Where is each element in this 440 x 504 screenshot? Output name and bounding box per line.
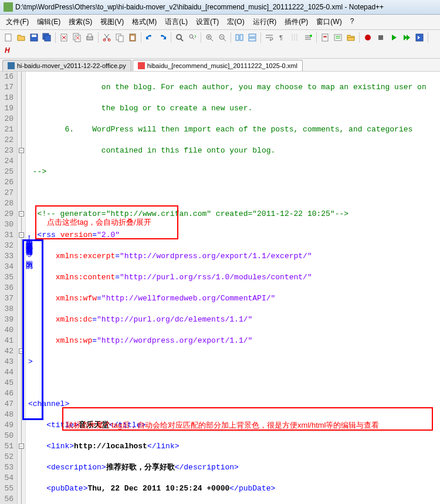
toolbar-sep (171, 32, 171, 43)
svg-rect-13 (119, 36, 123, 42)
play-multi-button[interactable] (401, 32, 412, 43)
svg-point-16 (177, 35, 181, 39)
menu-help[interactable]: ? (347, 16, 358, 28)
fold-toggle[interactable]: − (19, 232, 24, 238)
menu-format[interactable]: 格式(M) (128, 16, 160, 28)
save-button[interactable] (28, 32, 40, 43)
code-line: on the blog. For each author, you may ch… (28, 82, 438, 93)
save-macro-button[interactable] (414, 32, 425, 43)
show-all-chars-button[interactable]: ¶ (276, 32, 288, 43)
tab-xml-file[interactable]: hibaidu_[recommend_music]_20111222_1025-… (133, 60, 303, 71)
code-line: xmlns:excerpt="http://wordpress.org/expo… (28, 251, 438, 262)
svg-rect-27 (323, 36, 327, 38)
udl-button[interactable] (302, 32, 314, 43)
new-file-button[interactable] (2, 32, 14, 43)
menu-view[interactable]: 视图(V) (97, 16, 127, 28)
wordwrap-button[interactable] (263, 32, 275, 43)
fold-toggle[interactable]: − (19, 148, 24, 153)
code-line: xmlns:dc="http://purl.org/dc/elements/1.… (28, 314, 438, 325)
code-line: --> (28, 167, 438, 177)
menu-macro[interactable]: 宏(O) (224, 16, 248, 28)
menu-window[interactable]: 窗口(W) (313, 16, 345, 28)
indent-guide-button[interactable] (289, 32, 301, 43)
sync-v-button[interactable] (233, 32, 245, 43)
zoom-in-button[interactable] (204, 32, 215, 43)
svg-rect-22 (249, 34, 256, 37)
svg-text:¶: ¶ (279, 34, 283, 41)
menu-language[interactable]: 语言(L) (161, 16, 191, 28)
code-line: 6. WordPress will then import each of th… (28, 124, 438, 135)
paste-button[interactable] (127, 32, 138, 43)
save-all-button[interactable] (41, 32, 53, 43)
menu-plugins[interactable]: 插件(P) (281, 16, 312, 28)
sync-h-button[interactable] (246, 32, 258, 43)
redo-button[interactable] (157, 32, 168, 43)
svg-rect-2 (32, 35, 36, 37)
toolbar-sep (359, 32, 360, 43)
code-area[interactable]: on the blog. For each author, you may ch… (26, 72, 440, 504)
print-button[interactable] (84, 32, 96, 43)
xml-file-icon (138, 62, 145, 69)
code-line: <link>http://localhost</link> (28, 441, 438, 452)
code-line: xmlns:wfw="http://wellformedweb.org/Comm… (28, 293, 438, 304)
record-macro-button[interactable] (362, 32, 374, 43)
close-all-button[interactable] (71, 32, 83, 43)
menu-edit[interactable]: 编辑(E) (33, 16, 64, 28)
code-line: > (28, 357, 438, 367)
fold-toggle[interactable]: − (19, 349, 24, 354)
func-list-button[interactable] (332, 32, 344, 43)
code-line: xmlns:wp="http://wordpress.org/export/1.… (28, 336, 438, 346)
code-line: <channel> (28, 399, 438, 410)
cut-button[interactable] (101, 32, 113, 43)
toolbar-sep (141, 32, 141, 43)
code-line: <title>音乐天堂</title> (28, 420, 438, 431)
code-line: contained in this file onto your blog. (28, 146, 438, 156)
menu-run[interactable]: 运行(R) (249, 16, 280, 28)
tab-label: hi-baidu-mover_v2011-12-22-office.py (17, 62, 126, 69)
menu-file[interactable]: 文件(F) (2, 16, 32, 28)
toolbar-sep (428, 32, 428, 43)
code-line (28, 188, 438, 198)
svg-rect-21 (240, 35, 243, 40)
svg-rect-7 (75, 35, 80, 42)
tab-python-file[interactable]: hi-baidu-mover_v2011-12-22-office.py (2, 60, 131, 71)
svg-rect-23 (249, 38, 256, 41)
svg-rect-9 (88, 34, 92, 37)
svg-point-29 (365, 35, 371, 40)
open-file-button[interactable] (15, 32, 27, 43)
python-file-icon (8, 62, 15, 69)
toolbar-sep (98, 32, 99, 43)
tab-bar: hi-baidu-mover_v2011-12-22-office.py hib… (0, 59, 440, 72)
fold-toggle[interactable]: − (19, 444, 24, 449)
menu-search[interactable]: 搜索(S) (65, 16, 96, 28)
play-macro-button[interactable] (388, 32, 400, 43)
toolbar: ¶ H (0, 30, 440, 59)
find-button[interactable] (174, 32, 185, 43)
svg-rect-0 (5, 34, 11, 41)
replace-button[interactable] (187, 32, 198, 43)
code-line: <rss version="2.0" (28, 230, 438, 241)
svg-point-25 (310, 35, 312, 37)
stop-macro-button[interactable] (375, 32, 387, 43)
menu-settings[interactable]: 设置(T) (192, 16, 222, 28)
svg-rect-15 (131, 36, 134, 40)
toolbar-sep (316, 32, 317, 43)
code-line: the blog or to create a new user. (28, 103, 438, 114)
zoom-out-button[interactable] (216, 32, 228, 43)
close-button[interactable] (58, 32, 70, 43)
svg-rect-20 (236, 35, 239, 40)
window-title: D:\tmp\WordPress\Others\to_wp\hi-baidu-m… (15, 3, 384, 11)
code-editor[interactable]: 1617181920212223242526272829303132333435… (0, 72, 440, 504)
svg-text:H: H (5, 46, 10, 55)
svg-rect-30 (378, 35, 383, 40)
svg-rect-28 (334, 35, 341, 40)
fold-toggle[interactable]: − (19, 211, 24, 217)
undo-button[interactable] (144, 32, 155, 43)
fold-gutter[interactable]: − − − − − (18, 72, 26, 504)
copy-button[interactable] (114, 32, 126, 43)
doc-map-button[interactable] (319, 32, 331, 43)
folder-panel-button[interactable] (345, 32, 357, 43)
menu-bar: 文件(F) 编辑(E) 搜索(S) 视图(V) 格式(M) 语言(L) 设置(T… (0, 15, 440, 30)
toolbar-sep (260, 32, 261, 43)
highlight-button[interactable]: H (2, 45, 14, 56)
